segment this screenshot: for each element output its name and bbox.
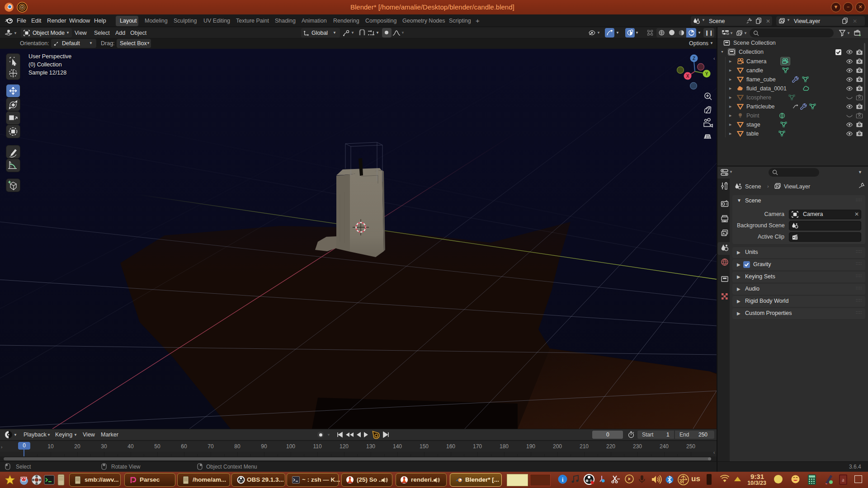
svg-text:i: i: [562, 476, 564, 483]
svg-text:Y: Y: [705, 71, 708, 76]
svg-text:a: a: [842, 477, 844, 483]
svg-text:‹: ‹: [713, 56, 715, 61]
svg-text:X: X: [686, 74, 689, 79]
svg-text:Z: Z: [693, 56, 695, 61]
